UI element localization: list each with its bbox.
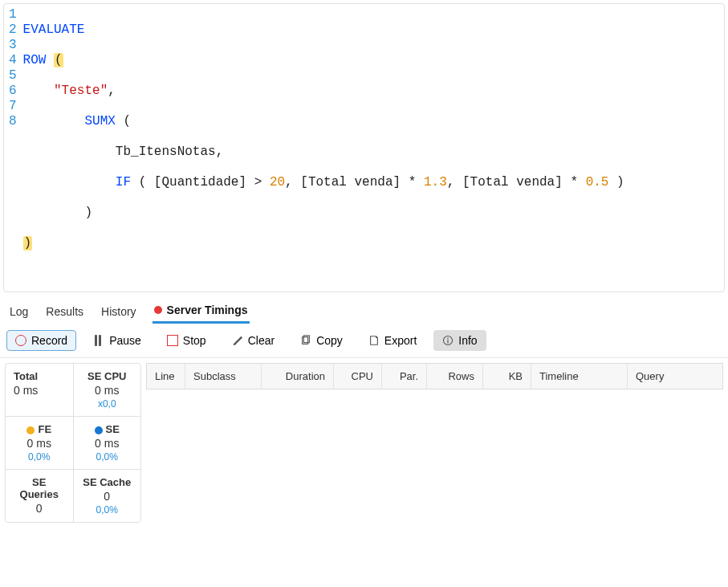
record-indicator-icon	[154, 306, 162, 314]
col-timeline[interactable]: Timeline	[531, 364, 628, 389]
se-dot-icon	[95, 426, 103, 434]
col-cpu[interactable]: CPU	[334, 364, 382, 389]
timings-body: Total 0 ms SE CPU 0 ms x0,0 FE 0 ms 0,0%…	[0, 358, 728, 552]
col-subclass[interactable]: Subclass	[185, 364, 262, 389]
metric-se: SE 0 ms 0,0%	[74, 417, 141, 469]
metric-se-queries: SE Queries 0	[6, 470, 74, 522]
svg-point-3	[447, 338, 449, 340]
col-duration[interactable]: Duration	[262, 364, 334, 389]
grid-header: Line Subclass Duration CPU Par. Rows KB …	[146, 363, 723, 389]
col-kb[interactable]: KB	[483, 364, 531, 389]
code-content[interactable]: EVALUATE ROW ( "Teste", SUMX ( Tb_ItensN…	[23, 7, 724, 282]
export-icon	[368, 335, 380, 346]
metric-total: Total 0 ms	[6, 364, 74, 416]
info-button[interactable]: Info	[433, 330, 486, 351]
result-tabs: Log Results History Server Timings	[0, 296, 728, 324]
col-line[interactable]: Line	[147, 364, 185, 389]
tab-results[interactable]: Results	[44, 300, 85, 324]
metric-se-cache: SE Cache 0 0,0%	[74, 470, 141, 522]
copy-icon	[300, 335, 311, 346]
col-rows[interactable]: Rows	[427, 364, 483, 389]
tab-log[interactable]: Log	[8, 300, 30, 324]
info-icon	[442, 335, 453, 346]
pause-icon	[93, 335, 104, 346]
col-par[interactable]: Par.	[382, 364, 427, 389]
stop-button[interactable]: Stop	[158, 330, 215, 351]
record-button[interactable]: Record	[6, 330, 76, 351]
code-editor[interactable]: 1 2 3 4 5 6 7 8 EVALUATE ROW ( "Teste", …	[3, 3, 725, 292]
export-button[interactable]: Export	[360, 330, 425, 351]
metrics-panel: Total 0 ms SE CPU 0 ms x0,0 FE 0 ms 0,0%…	[5, 363, 141, 523]
line-gutter: 1 2 3 4 5 6 7 8	[4, 7, 23, 282]
timings-toolbar: Record Pause Stop Clear Copy Export Info	[0, 324, 728, 358]
metric-fe: FE 0 ms 0,0%	[6, 417, 74, 469]
pause-button[interactable]: Pause	[84, 330, 150, 351]
tab-server-timings[interactable]: Server Timings	[153, 300, 250, 324]
copy-button[interactable]: Copy	[291, 330, 352, 351]
record-icon	[15, 335, 26, 346]
fe-dot-icon	[26, 426, 35, 434]
clear-button[interactable]: Clear	[223, 330, 283, 351]
stop-icon	[167, 335, 178, 346]
metric-se-cpu: SE CPU 0 ms x0,0	[74, 364, 141, 416]
tab-history[interactable]: History	[100, 300, 138, 324]
svg-rect-4	[448, 340, 449, 343]
clear-icon	[232, 335, 243, 346]
timings-grid[interactable]: Line Subclass Duration CPU Par. Rows KB …	[146, 363, 723, 548]
col-query[interactable]: Query	[628, 364, 722, 389]
